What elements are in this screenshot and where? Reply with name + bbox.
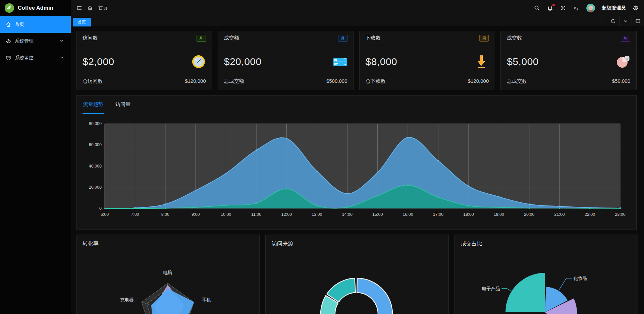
conversion-rate-card: 转化率 电脑耳机充电器 — [76, 235, 260, 314]
pie-chart: 电子产品化妆品 — [455, 253, 638, 314]
home-icon[interactable] — [87, 5, 93, 11]
tab-label: 流量趋势 — [83, 101, 103, 108]
stat-card-turnover: 成交额 月 $20,000 — [218, 31, 354, 90]
svg-text:电子产品: 电子产品 — [482, 286, 500, 291]
sidebar-item-system-management[interactable]: 系统管理 — [0, 33, 71, 50]
gear-icon — [6, 39, 11, 44]
stat-footer-label: 总成交数 — [507, 78, 527, 84]
svg-text:8:00: 8:00 — [161, 212, 169, 217]
fullscreen-icon[interactable] — [560, 5, 566, 11]
stat-footer-label: 总访问数 — [83, 78, 103, 84]
sidebar-menu: 首页 系统管理 — [0, 16, 71, 66]
svg-text:11:00: 11:00 — [251, 212, 261, 217]
svg-text:7:00: 7:00 — [131, 212, 139, 217]
logo-row: Coffee Admin — [0, 0, 71, 16]
sidebar: Coffee Admin 首页 系统管理 — [0, 0, 71, 314]
tab-label: 访问量 — [115, 101, 130, 108]
radar-chart: 电脑耳机充电器 — [76, 253, 259, 314]
svg-text:40,000: 40,000 — [89, 164, 102, 169]
stat-card-deals: 成交数 年 $5,000 % — [500, 31, 637, 90]
refresh-icon[interactable] — [607, 16, 619, 26]
svg-text:20,000: 20,000 — [89, 185, 102, 190]
sidebar-item-label: 系统监控 — [15, 55, 34, 61]
stat-footer-value: $120,000 — [185, 78, 206, 84]
svg-text:A: A — [576, 7, 578, 11]
radar-chart-svg: 电脑耳机充电器 — [76, 253, 259, 314]
breadcrumb[interactable]: 首页 — [98, 5, 108, 11]
translate-icon[interactable]: 文 A — [573, 5, 579, 11]
status-badge: 月 — [197, 35, 206, 42]
svg-text:16:00: 16:00 — [402, 212, 413, 217]
pie-icon: % — [615, 54, 630, 69]
download-icon — [474, 54, 489, 69]
search-icon[interactable] — [534, 5, 540, 11]
top-navbar: 首页 — [71, 0, 644, 16]
svg-text:化妆品: 化妆品 — [574, 276, 587, 281]
monitor-icon — [6, 55, 11, 61]
donut-chart — [266, 253, 448, 314]
tab-bar: 首页 — [71, 16, 644, 27]
svg-text:12:00: 12:00 — [281, 212, 292, 217]
stat-title: 成交数 — [507, 35, 522, 41]
stat-footer-value: $120,000 — [468, 78, 489, 84]
content: 访问数 月 $2,000 — [71, 27, 644, 314]
tab-traffic-trend[interactable]: 流量趋势 — [83, 96, 104, 114]
stat-title: 访问数 — [83, 35, 98, 41]
svg-text:60,000: 60,000 — [89, 142, 102, 147]
svg-text:14:00: 14:00 — [342, 212, 353, 217]
coffee-admin-logo-icon — [4, 3, 14, 13]
svg-text:0: 0 — [99, 206, 102, 211]
gear-icon[interactable] — [633, 5, 639, 11]
stat-row: 访问数 月 $2,000 — [76, 31, 637, 90]
home-icon — [6, 22, 11, 27]
area-chart-svg: 020,00040,00060,00080,0006:007:008:009:0… — [76, 114, 636, 228]
chevron-down-icon — [60, 39, 65, 44]
tab-visit-volume[interactable]: 访问量 — [115, 96, 131, 114]
avatar[interactable] — [586, 4, 595, 12]
stat-footer-label: 总下载数 — [366, 78, 386, 84]
tab-bar-actions — [607, 16, 644, 26]
maximize-icon[interactable] — [632, 16, 644, 26]
card-title: 访问来源 — [272, 240, 293, 247]
trend-tabs: 流量趋势 访问量 — [76, 96, 636, 114]
svg-text:电脑: 电脑 — [163, 270, 172, 275]
svg-text:耳机: 耳机 — [202, 297, 211, 302]
card-title: 转化率 — [83, 240, 99, 247]
bottom-row: 转化率 电脑耳机充电器 访问来源 成交占比 电子产品化妆品 — [76, 235, 637, 314]
clock-icon — [191, 54, 206, 69]
tab-home[interactable]: 首页 — [73, 18, 91, 26]
donut-chart-svg — [266, 253, 448, 314]
stat-footer-value: $500,000 — [326, 78, 347, 84]
credit-card-icon — [333, 54, 347, 69]
sidebar-item-system-monitor[interactable]: 系统监控 — [0, 50, 71, 66]
svg-text:22:00: 22:00 — [585, 212, 595, 217]
chevron-down-icon[interactable] — [619, 16, 632, 26]
sidebar-item-label: 系统管理 — [15, 38, 34, 44]
stat-value: $8,000 — [366, 56, 397, 67]
visit-source-card: 访问来源 — [265, 235, 449, 314]
area-chart: 020,00040,00060,00080,0006:007:008:009:0… — [76, 114, 636, 230]
card-title: 成交占比 — [461, 240, 482, 247]
bell-icon[interactable] — [547, 5, 553, 11]
pie-chart-svg: 电子产品化妆品 — [455, 253, 638, 314]
stat-value: $5,000 — [507, 56, 539, 67]
user-name[interactable]: 超级管理员 — [602, 5, 626, 11]
stat-value: $2,000 — [83, 56, 114, 67]
notification-dot — [552, 4, 555, 6]
status-badge: 月 — [338, 35, 347, 42]
svg-text:21:00: 21:00 — [554, 212, 565, 217]
svg-text:23:00: 23:00 — [615, 212, 625, 217]
svg-text:6:00: 6:00 — [101, 212, 109, 217]
stat-card-downloads: 下载数 周 $8,000 总下载数 — [359, 31, 495, 90]
svg-text:13:00: 13:00 — [312, 212, 322, 217]
deal-share-card: 成交占比 电子产品化妆品 — [454, 235, 638, 314]
svg-text:19:00: 19:00 — [494, 212, 504, 217]
svg-text:80,000: 80,000 — [89, 121, 102, 126]
status-badge: 周 — [479, 35, 489, 42]
menu-fold-icon[interactable] — [76, 5, 82, 11]
svg-text:9:00: 9:00 — [192, 212, 200, 217]
stat-footer-value: $50,000 — [612, 78, 630, 84]
sidebar-item-home[interactable]: 首页 — [0, 16, 71, 33]
svg-text:%: % — [626, 57, 629, 60]
stat-card-visits: 访问数 月 $2,000 — [76, 31, 212, 90]
